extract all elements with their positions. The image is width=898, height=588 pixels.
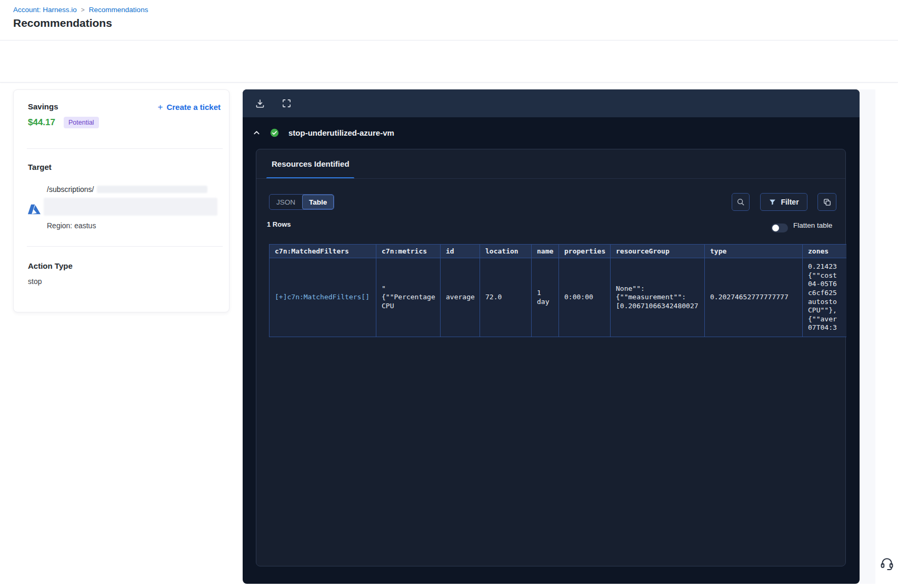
target-region: Region: eastus <box>47 221 96 230</box>
resources-viewer-panel: stop-underutilized-azure-vm Resources Id… <box>243 89 860 584</box>
column-header: zones <box>803 245 847 258</box>
potential-badge: Potential <box>64 117 99 128</box>
help-widget-button[interactable] <box>879 555 895 571</box>
chevron-up-icon <box>253 129 260 136</box>
headset-icon <box>879 555 895 571</box>
cell-zones: 0.21423 {""cost 04-05T6 c6cf625 autosto … <box>803 258 847 337</box>
collapse-button[interactable] <box>252 129 261 137</box>
view-mode-table-button[interactable]: Table <box>302 195 334 209</box>
cell-properties: 0:00:00 <box>559 258 611 337</box>
breadcrumb: Account: Harness.io > Recommendations <box>13 6 148 14</box>
success-check-icon <box>270 128 279 137</box>
view-mode-json-button[interactable]: JSON <box>270 195 302 209</box>
cell-metrics: " {""Percentage CPU <box>376 258 441 337</box>
fullscreen-icon <box>282 98 292 108</box>
copy-button[interactable] <box>817 193 836 211</box>
create-ticket-button[interactable]: + Create a ticket <box>158 103 221 111</box>
table-header-row: c7n:MatchedFilters c7n:metrics id locati… <box>270 245 847 258</box>
savings-label: Savings <box>28 102 58 111</box>
filter-button[interactable]: Filter <box>760 193 807 211</box>
redacted-text-block <box>44 198 217 216</box>
tab-row-border <box>256 178 845 179</box>
action-type-value: stop <box>28 277 42 286</box>
toggle-knob <box>772 225 779 231</box>
target-label: Target <box>28 163 52 171</box>
search-icon <box>736 198 745 206</box>
column-header: type <box>705 245 803 258</box>
column-header: properties <box>559 245 611 258</box>
breadcrumb-recommendations-link[interactable]: Recommendations <box>89 6 148 14</box>
filter-icon <box>769 198 776 206</box>
copy-icon <box>823 198 832 207</box>
details-card: Savings + Create a ticket $44.17 Potenti… <box>13 89 230 312</box>
filter-label: Filter <box>781 198 799 206</box>
savings-amount: $44.17 <box>28 117 55 128</box>
recommendation-header: stop-underutilized-azure-vm Last evaluat… <box>0 40 898 82</box>
page-title: Recommendations <box>13 17 112 29</box>
column-header: c7n:metrics <box>376 245 441 258</box>
target-path-text: /subscriptions/ <box>47 185 94 194</box>
cell-id: average <box>441 258 480 337</box>
column-header: c7n:MatchedFilters <box>270 245 376 258</box>
cell-resource-group: None"": {""measurement"": [0.20671066342… <box>611 258 705 337</box>
column-header: location <box>480 245 532 258</box>
view-mode-toggle: JSON Table <box>269 194 334 210</box>
resources-table-wrapper[interactable]: c7n:MatchedFilters c7n:metrics id locati… <box>269 244 846 337</box>
row-count-label: 1 Rows <box>267 220 291 228</box>
card-divider <box>27 246 223 247</box>
download-icon <box>255 98 265 109</box>
rule-title-row: stop-underutilized-azure-vm <box>252 128 394 137</box>
breadcrumb-account-link[interactable]: Account: Harness.io <box>13 6 77 14</box>
flatten-table-label: Flatten table <box>793 221 832 229</box>
azure-icon <box>28 203 41 216</box>
resources-identified-panel: Resources Identified JSON Table Filter <box>256 149 846 566</box>
matched-filters-expander[interactable]: [+]c7n:MatchedFilters[] <box>270 258 376 337</box>
viewer-toolbar <box>243 89 860 117</box>
target-path: /subscriptions/ <box>47 185 207 194</box>
cell-type: 0.20274652777777777 <box>705 258 803 337</box>
download-button[interactable] <box>254 98 266 109</box>
column-header: resourceGroup <box>611 245 705 258</box>
tab-resources-identified[interactable]: Resources Identified <box>272 159 350 168</box>
resources-table: c7n:MatchedFilters c7n:metrics id locati… <box>269 244 846 337</box>
header-bottom-divider <box>0 82 898 83</box>
cell-name: 1 day <box>532 258 559 337</box>
fullscreen-button[interactable] <box>281 98 292 109</box>
panel-right-gutter <box>860 89 875 584</box>
search-button[interactable] <box>732 193 750 211</box>
breadcrumb-separator-icon: > <box>81 6 85 14</box>
table-row: [+]c7n:MatchedFilters[] " {""Percentage … <box>270 258 847 337</box>
column-header: id <box>441 245 480 258</box>
flatten-table-toggle[interactable] <box>771 224 788 232</box>
create-ticket-label: Create a ticket <box>166 103 221 111</box>
action-type-label: Action Type <box>28 261 73 270</box>
column-header: name <box>532 245 559 258</box>
plus-icon: + <box>158 103 163 111</box>
card-divider <box>27 148 223 149</box>
cell-location: 72.0 <box>480 258 532 337</box>
viewer-rule-title: stop-underutilized-azure-vm <box>288 128 394 137</box>
redacted-text-block <box>97 186 207 193</box>
